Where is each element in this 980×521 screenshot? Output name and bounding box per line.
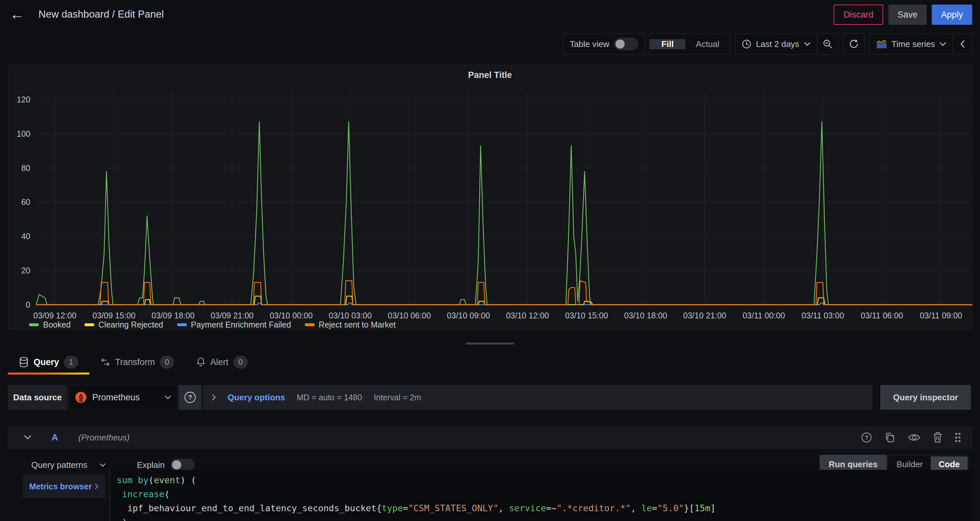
page-title: New dashboard / Edit Panel [38,8,164,20]
query-help-icon[interactable]: ? [861,432,872,443]
x-axis-tick: 03/11 00:00 [743,311,785,320]
legend-item[interactable]: Booked [29,320,71,330]
alert-count-badge: 0 [234,355,248,369]
drag-handle-icon[interactable] [955,432,961,443]
legend-item[interactable]: Clearing Rejected [84,320,163,330]
chart-legend: BookedClearing RejectedPayment Enrichmen… [29,320,396,330]
duplicate-query-icon[interactable] [884,432,896,443]
x-axis-tick: 03/10 03:00 [329,311,372,320]
query-row-a: A (Prometheus) ? [8,426,972,449]
code-token: =~ [546,503,557,513]
query-count-badge: 1 [64,355,78,369]
query-options-link[interactable]: Query options [228,392,285,403]
y-axis-tick: 80 [21,163,30,172]
back-arrow-icon[interactable]: ← [10,5,25,23]
code-token: "5.0" [657,503,684,513]
table-view-toggle[interactable] [614,38,638,50]
apply-button[interactable]: Apply [932,5,972,25]
timeseries-icon [876,39,887,49]
time-series-chart[interactable]: 02040608010012003/09 12:0003/09 15:0003/… [8,84,972,329]
database-icon [19,357,29,367]
bell-icon [196,357,205,367]
toggle-visibility-icon[interactable] [908,433,921,442]
legend-item[interactable]: Reject sent to Market [305,320,396,330]
legend-swatch [29,323,39,326]
panel-title: Panel Title [8,70,972,80]
code-token: , [631,503,641,513]
datasource-picker[interactable]: Prometheus [68,385,177,410]
x-axis-tick: 03/11 06:00 [861,311,903,320]
prometheus-icon [75,391,87,403]
code-token: event [154,475,180,485]
metrics-browser-button[interactable]: Metrics browser [23,475,105,498]
x-axis-tick: 03/10 06:00 [388,311,431,320]
code-token: 15m [694,503,710,513]
legend-swatch [305,323,315,326]
refresh-icon[interactable] [843,33,865,55]
query-patterns-dropdown[interactable]: Query patterns [31,455,106,475]
code-token [117,489,122,499]
query-inspector-button[interactable]: Query inspector [880,385,971,410]
promql-code-editor[interactable]: sum by(event) ( increase( ipf_behaviour_… [110,470,972,521]
x-axis-tick: 03/09 15:00 [92,311,135,320]
svg-text:?: ? [188,394,192,401]
panel-toolbar: Table view Fill Actual Last 2 days [563,33,972,55]
code-line: ipf_behaviour_end_to_end_latency_seconds… [117,501,716,515]
code-token: ipf_behaviour_end_to_end_latency_seconds… [117,503,382,513]
code-token: ( [164,489,170,499]
svg-text:?: ? [865,435,869,441]
fill-segment[interactable]: Fill [650,39,686,49]
transform-count-badge: 0 [160,355,174,369]
tab-transform[interactable]: Transform 0 [89,352,185,373]
time-range-label: Last 2 days [756,39,799,49]
collapse-query-icon[interactable] [24,435,31,440]
code-token: "CSM_STATES_ONLY" [408,503,498,513]
table-view-label: Table view [570,39,609,49]
tab-query[interactable]: Query 1 [8,352,89,373]
datasource-name: Prometheus [92,392,140,403]
code-token: ".*creditor.*" [557,503,631,513]
x-axis-tick: 03/10 09:00 [447,311,490,320]
query-patterns-label: Query patterns [31,460,88,470]
zoom-out-icon[interactable] [817,39,838,49]
y-axis-tick: 120 [17,95,30,104]
code-token: service [509,503,546,513]
collapse-options-icon[interactable] [953,40,972,48]
datasource-label: Data source [8,385,67,410]
code-token: le [641,503,652,513]
panel-resize-handle[interactable] [466,343,514,344]
explain-toggle[interactable] [170,459,195,471]
time-range-picker[interactable]: Last 2 days [735,39,817,49]
x-axis-tick: 03/10 12:00 [506,311,549,320]
visualization-picker[interactable]: Time series [869,39,953,49]
tab-alert[interactable]: Alert 0 [185,352,259,373]
code-token: ) [117,517,127,521]
delete-query-icon[interactable] [932,432,943,443]
y-axis-tick: 20 [21,266,30,275]
legend-item[interactable]: Payment Enrichment Failed [177,320,291,330]
builder-segment[interactable]: Builder [889,459,931,470]
code-token: ) ( [180,475,196,485]
code-token: ( [149,475,154,485]
actual-segment[interactable]: Actual [685,39,730,49]
datasource-help-button[interactable]: ? [179,385,202,410]
promql-code[interactable]: sum by(event) ( increase( ipf_behaviour_… [117,473,716,521]
chevron-right-icon[interactable] [212,394,216,401]
visualization-label: Time series [892,39,935,49]
x-axis-tick: 03/10 21:00 [683,311,726,320]
save-button[interactable]: Save [888,5,927,25]
code-token: by [138,475,149,485]
legend-swatch [177,323,187,326]
metrics-browser-label: Metrics browser [29,482,92,491]
max-data-points-value: MD = auto = 1480 [297,393,362,402]
discard-button[interactable]: Discard [834,5,883,25]
tab-query-label: Query [33,357,59,367]
x-axis-tick: 03/09 21:00 [211,311,254,320]
code-line: sum by(event) ( [117,473,716,487]
query-options-bar: Query options MD = auto = 1480 Interval … [203,385,872,410]
code-line: increase( [117,487,716,501]
code-token: sum [117,475,133,485]
y-axis-tick: 0 [26,300,30,309]
query-ref-id[interactable]: A [51,432,58,443]
legend-label: Reject sent to Market [319,320,396,330]
